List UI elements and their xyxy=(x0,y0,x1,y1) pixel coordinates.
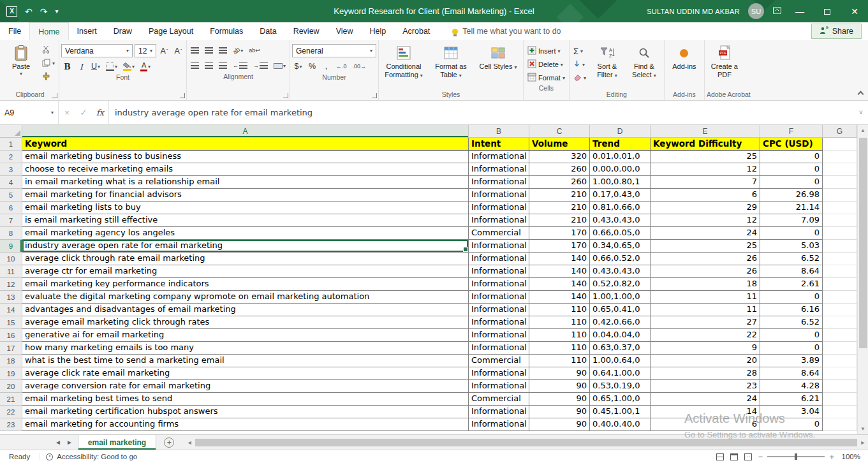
ribbon-tab-insert[interactable]: Insert xyxy=(69,22,105,40)
cell-F2[interactable]: 0 xyxy=(760,151,823,163)
row-header-23[interactable]: 23 xyxy=(0,418,22,431)
format-cells-button[interactable]: Format ▾ xyxy=(526,72,567,84)
cell-F10[interactable]: 6.52 xyxy=(760,253,823,265)
cell-G2[interactable] xyxy=(823,151,857,163)
cell-C1[interactable]: Volume xyxy=(529,138,590,151)
addins-button[interactable]: Add-ins xyxy=(666,41,702,71)
row-header-7[interactable]: 7 xyxy=(0,214,22,227)
column-header-D[interactable]: D xyxy=(590,125,651,138)
alignment-dialog-launcher[interactable] xyxy=(283,93,288,98)
cell-E14[interactable]: 11 xyxy=(651,304,760,316)
row-header-3[interactable]: 3 xyxy=(0,163,22,176)
cell-G6[interactable] xyxy=(823,202,857,214)
cell-G20[interactable] xyxy=(823,380,857,393)
row-header-14[interactable]: 14 xyxy=(0,304,22,316)
cell-B2[interactable]: Informational xyxy=(469,151,529,163)
cell-C20[interactable]: 90 xyxy=(529,380,590,393)
scroll-right-arrow[interactable]: ► xyxy=(858,439,868,446)
name-box[interactable]: A9 ▾ xyxy=(0,101,59,124)
cell-D5[interactable]: 0.17,0.43,0 xyxy=(590,189,651,202)
enter-formula-button[interactable]: ✓ xyxy=(75,108,92,117)
zoom-level[interactable]: 100% xyxy=(839,453,860,460)
cell-F17[interactable]: 0 xyxy=(760,342,823,355)
ribbon-tab-home[interactable]: Home xyxy=(29,22,68,40)
percent-style-button[interactable]: % xyxy=(306,60,318,73)
cell-D8[interactable]: 0.66,0.05,0 xyxy=(590,227,651,240)
ribbon-tab-formulas[interactable]: Formulas xyxy=(202,22,251,40)
cell-E20[interactable]: 23 xyxy=(651,380,760,393)
clipboard-dialog-launcher[interactable] xyxy=(52,93,57,98)
cell-F6[interactable]: 21.14 xyxy=(760,202,823,214)
cell-E17[interactable]: 9 xyxy=(651,342,760,355)
find-select-button[interactable]: Find & Select ▾ xyxy=(626,41,662,79)
zoom-out-button[interactable]: − xyxy=(758,452,763,462)
cell-F15[interactable]: 6.52 xyxy=(760,316,823,329)
cell-D11[interactable]: 0.43,0.43,0 xyxy=(590,265,651,278)
cell-A18[interactable]: what is the best time to send a marketin… xyxy=(22,355,469,367)
cell-D17[interactable]: 0.63,0.37,0 xyxy=(590,342,651,355)
number-format-select[interactable]: General▾ xyxy=(292,44,376,57)
cell-G13[interactable] xyxy=(823,291,857,304)
cell-A9[interactable]: industry average open rate for email mar… xyxy=(22,240,469,253)
cell-F13[interactable]: 0 xyxy=(760,291,823,304)
accounting-format-button[interactable]: $▾ xyxy=(292,60,304,73)
cell-C17[interactable]: 110 xyxy=(529,342,590,355)
sort-filter-button[interactable]: AZ Sort & Filter ▾ xyxy=(589,41,625,79)
ribbon-tab-draw[interactable]: Draw xyxy=(105,22,140,40)
top-align-button[interactable] xyxy=(189,44,201,57)
page-layout-view-button[interactable] xyxy=(730,453,738,460)
user-avatar[interactable]: SU xyxy=(748,3,764,19)
font-dialog-launcher[interactable] xyxy=(180,93,185,98)
zoom-slider-thumb[interactable] xyxy=(795,453,797,460)
collapse-ribbon-button[interactable] xyxy=(858,91,864,98)
cell-A6[interactable]: email marketing lists to buy xyxy=(22,202,469,214)
cell-E12[interactable]: 18 xyxy=(651,278,760,291)
cell-C22[interactable]: 90 xyxy=(529,406,590,418)
middle-align-button[interactable] xyxy=(203,44,215,57)
cell-G18[interactable] xyxy=(823,355,857,367)
cell-C5[interactable]: 210 xyxy=(529,189,590,202)
cell-C4[interactable]: 260 xyxy=(529,176,590,189)
cell-E19[interactable]: 28 xyxy=(651,367,760,380)
cell-D23[interactable]: 0.40,0.40,0 xyxy=(590,418,651,431)
cell-C11[interactable]: 140 xyxy=(529,265,590,278)
cell-D15[interactable]: 0.42,0.66,0 xyxy=(590,316,651,329)
cell-D7[interactable]: 0.43,0.43,0 xyxy=(590,214,651,227)
cell-F21[interactable]: 6.21 xyxy=(760,393,823,406)
cell-B20[interactable]: Informational xyxy=(469,380,529,393)
share-button[interactable]: Share xyxy=(811,24,862,39)
expand-formula-bar-button[interactable]: ˅ xyxy=(854,109,868,116)
cell-E11[interactable]: 26 xyxy=(651,265,760,278)
horizontal-scrollbar[interactable]: ◄ ► xyxy=(184,435,868,450)
align-right-button[interactable] xyxy=(217,59,229,72)
cell-G7[interactable] xyxy=(823,214,857,227)
cell-A12[interactable]: email marketing key performance indicato… xyxy=(22,278,469,291)
cell-F12[interactable]: 2.61 xyxy=(760,278,823,291)
create-pdf-button[interactable]: PDF Create a PDF xyxy=(707,41,742,79)
vertical-scrollbar[interactable]: ▲ ▼ xyxy=(857,125,868,434)
cell-A15[interactable]: average email marketing click through ra… xyxy=(22,316,469,329)
cell-F22[interactable]: 3.04 xyxy=(760,406,823,418)
cell-styles-button[interactable]: Cell Styles ▾ xyxy=(475,41,521,71)
cell-C14[interactable]: 110 xyxy=(529,304,590,316)
cell-G23[interactable] xyxy=(823,418,857,431)
increase-decimal-button[interactable]: ←.0 xyxy=(334,60,349,73)
cell-B21[interactable]: Commercial xyxy=(469,393,529,406)
bottom-align-button[interactable] xyxy=(217,44,229,57)
wrap-text-button[interactable]: ab↩ xyxy=(247,44,262,57)
decrease-decimal-button[interactable]: .00→ xyxy=(351,60,369,73)
cell-D20[interactable]: 0.53,0.19,0 xyxy=(590,380,651,393)
normal-view-button[interactable] xyxy=(716,453,724,460)
cell-C6[interactable]: 210 xyxy=(529,202,590,214)
cell-B22[interactable]: Informational xyxy=(469,406,529,418)
cell-A22[interactable]: email marketing certification hubspot an… xyxy=(22,406,469,418)
cell-A5[interactable]: email marketing for financial advisors xyxy=(22,189,469,202)
horizontal-scrollbar-thumb[interactable] xyxy=(195,439,857,446)
cell-E16[interactable]: 22 xyxy=(651,329,760,342)
fill-color-button[interactable]: ▾ xyxy=(121,60,136,73)
cell-G5[interactable] xyxy=(823,189,857,202)
cell-C16[interactable]: 110 xyxy=(529,329,590,342)
cell-C15[interactable]: 110 xyxy=(529,316,590,329)
ribbon-tab-data[interactable]: Data xyxy=(251,22,284,40)
cell-A10[interactable]: average click through rate email marketi… xyxy=(22,253,469,265)
